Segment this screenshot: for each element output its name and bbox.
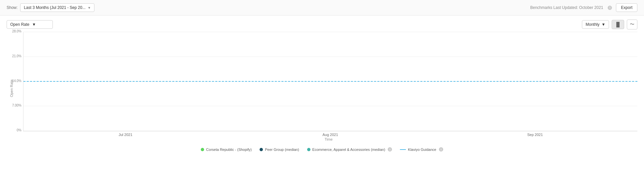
benchmarks-text: Benchmarks Last Updated: October 2021: [530, 5, 603, 10]
legend-label-peer: Peer Group (median): [265, 148, 299, 152]
line-chart-icon: 〜: [630, 22, 634, 27]
period-dropdown[interactable]: Monthly ▼: [582, 20, 609, 29]
x-label-jul: Jul 2021: [23, 133, 228, 137]
legend-dot-ecommerce: [307, 148, 310, 151]
chart-inner: 28.0% 21.0% 14.0% 7.00% 0%: [23, 32, 637, 131]
bar-chart-button[interactable]: ▐▌: [612, 20, 624, 29]
klaviyo-guidance-line: [23, 81, 637, 82]
period-selector-dropdown[interactable]: Last 3 Months (Jul 2021 - Sep 20... ▼: [20, 3, 94, 12]
show-control: Show: Last 3 Months (Jul 2021 - Sep 20..…: [7, 3, 94, 12]
legend-item-corseta: Corseta Republic - (Shopify): [201, 148, 252, 152]
benchmarks-info-icon[interactable]: i: [608, 6, 612, 10]
legend-item-klaviyo: Klaviyo Guidance i: [400, 147, 443, 152]
legend-dash-klaviyo: [400, 149, 406, 150]
x-axis-labels: Jul 2021 Aug 2021 Sep 2021: [20, 133, 637, 137]
legend-label-klaviyo: Klaviyo Guidance: [408, 148, 436, 152]
x-axis-title: Time: [20, 137, 637, 141]
metric-selector-dropdown[interactable]: Open Rate ▼: [7, 20, 53, 29]
legend-item-peer: Peer Group (median): [260, 148, 299, 152]
legend-item-ecommerce: Ecommerce, Apparel & Accessories (median…: [307, 147, 392, 152]
chart-toolbar: Open Rate ▼ Monthly ▼ ▐▌ 〜: [0, 16, 644, 32]
klaviyo-info-icon[interactable]: i: [439, 147, 443, 152]
metric-selector-value: Open Rate: [10, 22, 29, 27]
chart-type-controls: Monthly ▼ ▐▌ 〜: [582, 20, 637, 29]
line-chart-button[interactable]: 〜: [627, 20, 637, 29]
legend-label-ecommerce: Ecommerce, Apparel & Accessories (median…: [312, 148, 385, 152]
chart-area: Open Rate 28.0% 21.0% 14.0% 7.00% 0%: [0, 32, 644, 145]
main-container: Show: Last 3 Months (Jul 2021 - Sep 20..…: [0, 0, 644, 178]
period-value: Monthly: [586, 22, 599, 27]
ecommerce-info-icon[interactable]: i: [388, 147, 392, 152]
top-bar: Show: Last 3 Months (Jul 2021 - Sep 20..…: [0, 0, 644, 16]
export-button[interactable]: Export: [616, 3, 637, 12]
legend-dot-corseta: [201, 148, 204, 151]
chevron-down-icon: ▼: [601, 22, 605, 27]
show-label: Show:: [7, 5, 18, 10]
chevron-down-icon: ▼: [32, 22, 36, 27]
period-selector-value: Last 3 Months (Jul 2021 - Sep 20...: [24, 5, 86, 10]
bars-container: [23, 32, 637, 131]
x-label-sep: Sep 2021: [433, 133, 637, 137]
chevron-down-icon: ▼: [88, 6, 91, 10]
bar-chart-icon: ▐▌: [615, 22, 621, 27]
legend-label-corseta: Corseta Republic - (Shopify): [206, 148, 252, 152]
x-label-aug: Aug 2021: [228, 133, 433, 137]
legend: Corseta Republic - (Shopify) Peer Group …: [0, 145, 644, 157]
top-right-controls: Benchmarks Last Updated: October 2021 i …: [530, 3, 637, 12]
legend-dot-peer: [260, 148, 263, 151]
